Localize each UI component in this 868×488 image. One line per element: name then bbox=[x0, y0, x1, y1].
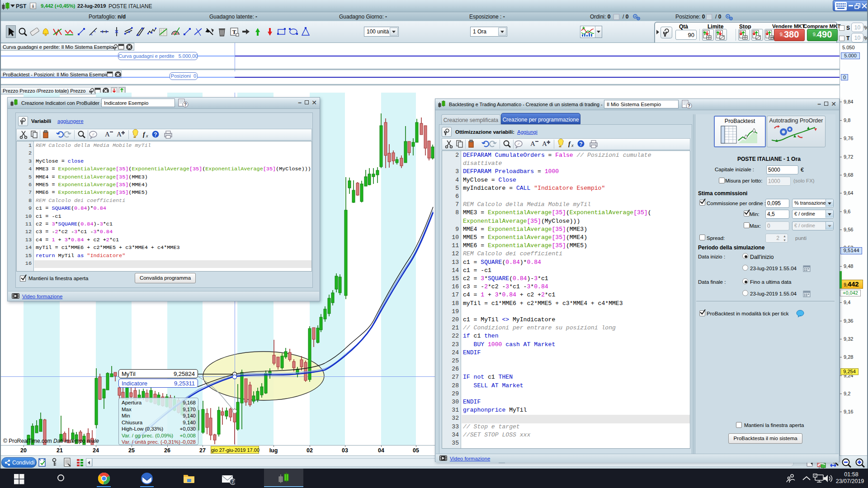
svg-text:T: T bbox=[232, 28, 236, 35]
svg-text://: // bbox=[517, 142, 520, 146]
svg-text:x: x bbox=[146, 134, 148, 138]
svg-text:A: A bbox=[105, 131, 110, 138]
svg-text:A: A bbox=[542, 140, 547, 147]
svg-text:f: f bbox=[568, 141, 571, 147]
svg-text:f: f bbox=[143, 131, 146, 138]
svg-text:x: x bbox=[571, 143, 574, 148]
svg-text:A: A bbox=[530, 140, 535, 147]
svg-text:7: 7 bbox=[231, 479, 234, 484]
svg-text:?: ? bbox=[154, 131, 157, 138]
svg-text:?: ? bbox=[688, 103, 690, 108]
svg-text://: // bbox=[92, 132, 94, 136]
svg-text:?: ? bbox=[579, 141, 582, 147]
svg-text:?: ? bbox=[184, 102, 187, 107]
svg-text:A: A bbox=[117, 131, 122, 138]
